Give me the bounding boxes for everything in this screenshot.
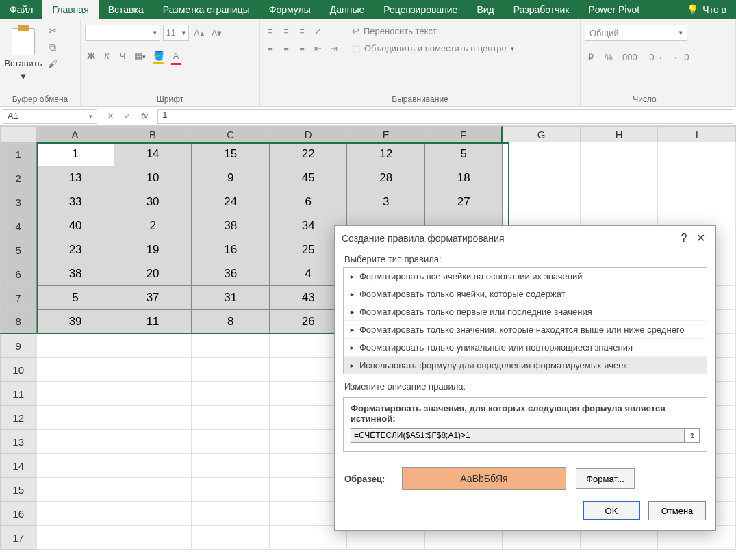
tab-data[interactable]: Данные: [320, 0, 375, 19]
bold-button[interactable]: Ж: [85, 49, 97, 65]
number-format-select[interactable]: Общий▾: [585, 25, 687, 41]
cell-C12[interactable]: [192, 406, 270, 430]
row-header-7[interactable]: 7: [0, 286, 36, 310]
tab-formulas[interactable]: Формулы: [259, 0, 320, 19]
cell-A6[interactable]: 38: [36, 262, 114, 286]
cell-C7[interactable]: 31: [192, 286, 270, 310]
indent-increase-icon[interactable]: ⇥: [327, 42, 340, 55]
align-right-icon[interactable]: ≡: [296, 42, 308, 55]
cell-E3[interactable]: 3: [347, 190, 425, 214]
cell-B7[interactable]: 37: [114, 286, 192, 310]
row-header-10[interactable]: 10: [0, 358, 36, 382]
col-header-F[interactable]: F: [425, 126, 503, 142]
enter-formula-icon[interactable]: ✓: [124, 111, 131, 121]
cell-C4[interactable]: 38: [192, 214, 270, 238]
cell-I2[interactable]: [658, 166, 736, 190]
cell-A16[interactable]: [36, 502, 114, 526]
paste-button[interactable]: Вставить ▼: [4, 25, 42, 85]
cell-A5[interactable]: 23: [36, 238, 114, 262]
col-header-G[interactable]: G: [503, 126, 581, 142]
cell-I1[interactable]: [658, 142, 736, 166]
tab-tellme[interactable]: 💡Что в: [681, 0, 736, 19]
name-box[interactable]: A1▾: [3, 109, 97, 124]
row-header-17[interactable]: 17: [0, 526, 36, 550]
format-painter-icon[interactable]: 🖌: [47, 58, 59, 70]
tab-file[interactable]: Файл: [0, 0, 42, 19]
cell-C8[interactable]: 8: [192, 310, 270, 334]
cell-C6[interactable]: 36: [192, 262, 270, 286]
tab-view[interactable]: Вид: [467, 0, 503, 19]
cell-A17[interactable]: [36, 526, 114, 550]
col-header-I[interactable]: I: [658, 126, 736, 142]
cell-C10[interactable]: [192, 358, 270, 382]
rule-type-item-3[interactable]: ►Форматировать только значения, которые …: [344, 320, 707, 338]
cell-G2[interactable]: [503, 166, 581, 190]
col-header-H[interactable]: H: [581, 126, 659, 142]
fill-color-button[interactable]: 🪣: [151, 49, 166, 65]
rule-formula-input[interactable]: [351, 428, 685, 443]
increase-decimal-icon[interactable]: .0→: [645, 51, 665, 64]
cell-F1[interactable]: 5: [425, 142, 503, 166]
cell-A12[interactable]: [36, 406, 114, 430]
tab-insert[interactable]: Вставка: [99, 0, 153, 19]
cell-B12[interactable]: [114, 406, 192, 430]
cell-H1[interactable]: [581, 142, 659, 166]
borders-button[interactable]: ▦▾: [132, 49, 148, 65]
cell-B3[interactable]: 30: [114, 190, 192, 214]
rule-type-item-4[interactable]: ►Форматировать только уникальные или пов…: [344, 338, 707, 356]
ok-button[interactable]: OK: [583, 501, 640, 520]
help-icon[interactable]: ?: [676, 232, 692, 244]
row-header-11[interactable]: 11: [0, 382, 36, 406]
cell-F2[interactable]: 18: [425, 166, 503, 190]
font-color-button[interactable]: A: [170, 49, 182, 65]
cancel-button[interactable]: Отмена: [648, 501, 706, 520]
cell-C5[interactable]: 16: [192, 238, 270, 262]
col-header-C[interactable]: C: [192, 126, 270, 142]
cell-H2[interactable]: [581, 166, 659, 190]
row-header-2[interactable]: 2: [0, 166, 36, 190]
cell-B8[interactable]: 11: [114, 310, 192, 334]
rule-type-item-2[interactable]: ►Форматировать только первые или последн…: [344, 303, 707, 320]
cell-D1[interactable]: 22: [270, 142, 348, 166]
align-left-icon[interactable]: ≡: [264, 42, 277, 55]
cell-C14[interactable]: [192, 454, 270, 478]
cell-G3[interactable]: [503, 190, 581, 214]
cell-C15[interactable]: [192, 478, 270, 502]
row-header-9[interactable]: 9: [0, 334, 36, 358]
cell-A1[interactable]: 1: [36, 142, 114, 166]
percent-icon[interactable]: %: [602, 51, 615, 64]
thousands-icon[interactable]: 000: [620, 51, 639, 64]
merge-center-button[interactable]: ⬚Объединить и поместить в центре▾: [349, 42, 517, 55]
row-header-15[interactable]: 15: [0, 478, 36, 502]
tab-review[interactable]: Рецензирование: [374, 0, 467, 19]
cell-D3[interactable]: 6: [270, 190, 348, 214]
cell-C9[interactable]: [192, 334, 270, 358]
font-name-select[interactable]: ▾: [85, 25, 160, 41]
col-header-E[interactable]: E: [347, 126, 425, 142]
cell-C2[interactable]: 9: [192, 166, 270, 190]
decrease-decimal-icon[interactable]: ←.0: [671, 51, 691, 64]
row-header-4[interactable]: 4: [0, 214, 36, 238]
cell-C13[interactable]: [192, 430, 270, 454]
close-icon[interactable]: ✕: [692, 231, 709, 244]
decrease-font-icon[interactable]: A▾: [210, 27, 225, 40]
align-bottom-icon[interactable]: ≡: [296, 25, 308, 38]
cell-A3[interactable]: 33: [36, 190, 114, 214]
cell-A15[interactable]: [36, 478, 114, 502]
row-header-14[interactable]: 14: [0, 454, 36, 478]
rule-type-item-5[interactable]: ►Использовать формулу для определения фо…: [344, 356, 707, 374]
indent-decrease-icon[interactable]: ⇤: [312, 42, 324, 55]
tab-page-layout[interactable]: Разметка страницы: [153, 0, 259, 19]
tab-home[interactable]: Главная: [42, 0, 98, 19]
row-header-5[interactable]: 5: [0, 238, 36, 262]
cell-A10[interactable]: [36, 358, 114, 382]
cell-A2[interactable]: 13: [36, 166, 114, 190]
align-center-icon[interactable]: ≡: [280, 42, 292, 55]
cell-G1[interactable]: [503, 142, 581, 166]
col-header-B[interactable]: B: [114, 126, 192, 142]
range-picker-icon[interactable]: ↥: [685, 428, 700, 443]
cell-B1[interactable]: 14: [114, 142, 192, 166]
currency-icon[interactable]: ₽: [585, 51, 597, 64]
row-header-6[interactable]: 6: [0, 262, 36, 286]
select-all-corner[interactable]: [0, 126, 36, 142]
